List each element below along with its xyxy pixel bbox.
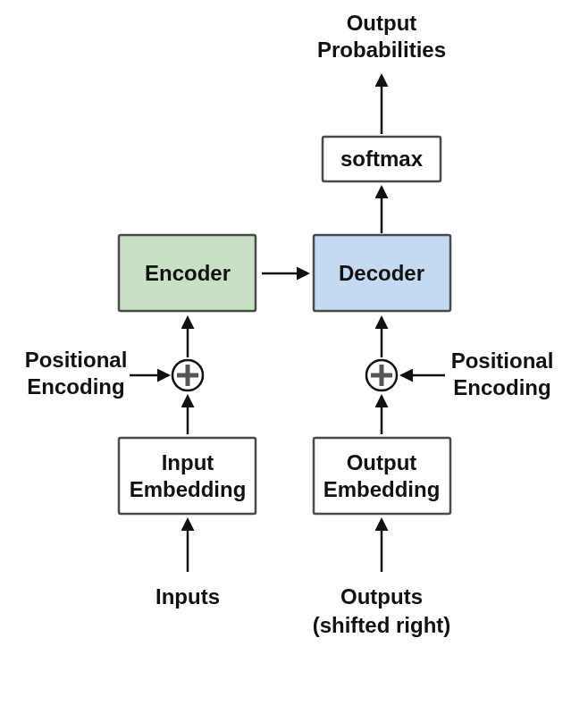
inputs-label: Inputs — [155, 584, 220, 608]
input-embedding-label-line2: Embedding — [130, 477, 247, 501]
plus-node-right — [366, 360, 397, 390]
positional-encoding-left-line1: Positional — [25, 348, 128, 372]
output-probabilities-label-line1: Output — [347, 11, 417, 35]
positional-encoding-right-line1: Positional — [451, 348, 554, 373]
input-embedding-label-line1: Input — [162, 450, 214, 474]
positional-encoding-right-line2: Encoding — [453, 375, 550, 399]
encoder-label: Encoder — [145, 261, 231, 285]
output-embedding-box — [314, 438, 450, 514]
positional-encoding-left-line2: Encoding — [27, 374, 124, 399]
output-embedding-label-line1: Output — [347, 450, 417, 474]
decoder-label: Decoder — [339, 261, 424, 285]
softmax-label: softmax — [340, 147, 424, 171]
output-probabilities-label-line2: Probabilities — [317, 38, 446, 62]
output-embedding-label-line2: Embedding — [323, 477, 441, 501]
outputs-label-line1: Outputs — [340, 584, 423, 608]
input-embedding-box — [119, 438, 256, 514]
outputs-label-line2: (shifted right) — [313, 613, 451, 637]
plus-node-left — [172, 360, 203, 390]
